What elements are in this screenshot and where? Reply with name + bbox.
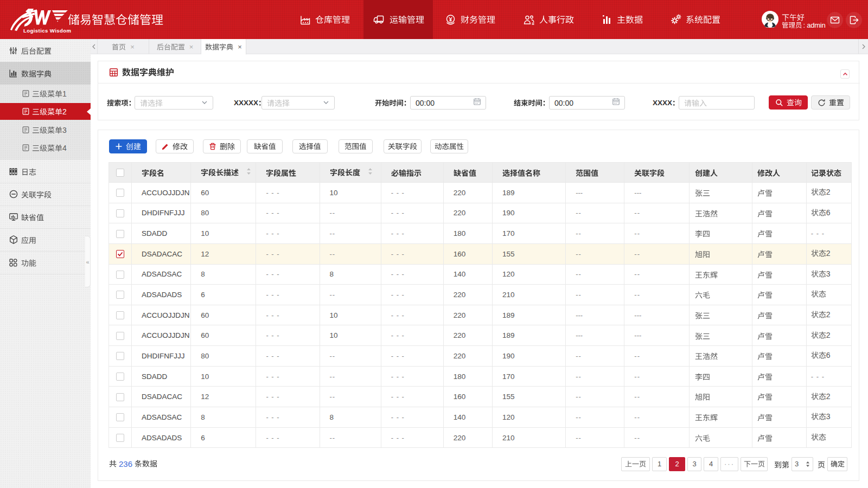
svg-text:Logistics Wisdom: Logistics Wisdom	[23, 28, 71, 34]
